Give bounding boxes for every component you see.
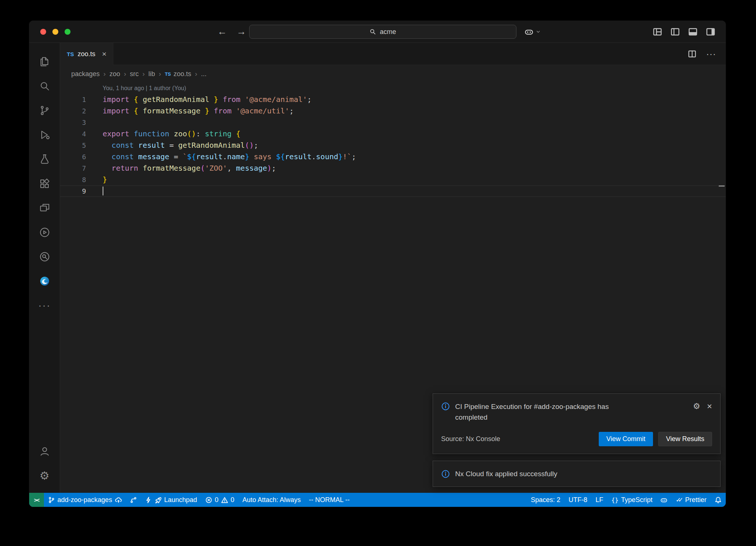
vim-mode-indicator[interactable]: -- NORMAL -- [305,493,354,507]
auto-attach-indicator[interactable]: Auto Attach: Always [238,493,305,507]
copilot-status-button[interactable] [656,493,671,507]
line-number: 1 [60,94,86,105]
git-graph-button[interactable] [126,493,141,507]
forward-button[interactable]: → [237,26,246,37]
branch-indicator[interactable]: add-zoo-packages [44,493,126,507]
toggle-primary-sidebar-icon[interactable] [670,27,680,37]
line-number: 7 [60,163,86,174]
tab-label: zoo.ts [78,50,95,58]
eol-indicator[interactable]: LF [591,493,607,507]
titlebar: ← → acme [29,21,726,43]
indentation-indicator[interactable]: Spaces: 2 [527,493,564,507]
breadcrumb-item[interactable]: packages [71,70,100,78]
command-center[interactable]: acme [249,25,516,39]
chevron-right-icon: › [142,70,145,78]
view-results-button[interactable]: View Results [658,432,712,446]
breadcrumb: packages › zoo › src › lib › TS zoo.ts ›… [60,65,726,83]
explorer-tab[interactable] [29,50,60,74]
vscode-window: ← → acme [29,20,726,507]
code-line[interactable]: 3 [60,117,726,128]
edge-tools-tab[interactable] [29,269,60,293]
eol-label: LF [595,496,603,504]
encoding-indicator[interactable]: UTF-8 [564,493,591,507]
activity-bar: ··· ⚙ [29,43,60,493]
close-window-button[interactable] [40,29,46,35]
gear-icon: ⚙ [39,469,49,482]
customize-layout-icon[interactable] [653,27,662,37]
gitlens-icon [145,496,152,504]
code-line[interactable]: 1import { getRandomAnimal } from '@acme/… [60,94,726,105]
indentation-label: Spaces: 2 [531,496,560,504]
code-line[interactable]: 8} [60,174,726,185]
remote-explorer-icon [39,202,51,214]
explorer-icon [39,56,51,68]
warning-count: 0 [231,496,234,504]
notification-close-icon[interactable]: × [707,401,712,412]
formatter-indicator[interactable]: ✓✓ Prettier [671,493,711,507]
beaker-icon [39,153,51,165]
status-bar: >< add-zoo-packages Launchpad 0 0 Auto A… [29,493,726,507]
nx-console-tab[interactable] [29,220,60,245]
editor-actions-more-icon[interactable]: ··· [706,49,716,59]
cloud-upload-icon [115,496,122,504]
accounts-button[interactable] [29,439,60,463]
split-editor-icon[interactable] [688,50,697,58]
breadcrumb-item[interactable]: zoo [109,70,120,78]
language-indicator[interactable]: {} TypeScript [607,493,656,507]
more-icon: ··· [38,300,51,311]
additional-views-button[interactable]: ··· [29,293,60,318]
rocket-icon [155,496,162,504]
code-line[interactable]: 7 return formatMessage('ZOO', message); [60,163,726,174]
run-and-debug-tab[interactable] [29,123,60,147]
formatter-label: Prettier [685,496,707,504]
chevron-down-icon [536,29,541,34]
code-line[interactable]: 9 [60,185,726,197]
notification-message: Nx Cloud fix applied successfully [455,468,557,479]
tab-close-button[interactable]: × [102,50,106,58]
breadcrumb-item[interactable]: lib [148,70,155,78]
view-commit-button[interactable]: View Commit [599,432,653,446]
language-label: TypeScript [621,496,652,504]
info-icon [441,402,450,411]
chevron-right-icon: › [103,70,106,78]
source-control-icon [39,105,51,116]
git-blame-annotation: You, 1 hour ago | 1 author (You) [60,83,726,94]
code-line[interactable]: 5 const result = getRandomAnimal(); [60,140,726,151]
tab-bar: TS zoo.ts × ··· [60,43,726,65]
toggle-panel-icon[interactable] [688,27,698,37]
chevron-right-icon: › [124,70,126,78]
breadcrumb-item[interactable]: src [130,70,139,78]
minimize-window-button[interactable] [52,29,58,35]
notification-settings-gear-icon[interactable]: ⚙ [693,402,700,411]
code-line[interactable]: 4export function zoo(): string { [60,128,726,140]
breadcrumb-overflow[interactable]: ... [201,70,206,78]
notifications-bell-button[interactable] [711,493,726,507]
chevron-right-icon: › [195,70,197,78]
extensions-tab[interactable] [29,171,60,196]
tab-zoo-ts[interactable]: TS zoo.ts × [60,43,113,65]
line-number: 3 [60,117,86,128]
traffic-lights [40,21,71,42]
fullscreen-window-button[interactable] [65,29,71,35]
breadcrumb-file[interactable]: zoo.ts [173,70,191,78]
git-branch-icon [48,496,55,504]
remote-explorer-tab[interactable] [29,196,60,220]
problems-indicator[interactable]: 0 0 [201,493,238,507]
back-button[interactable]: ← [217,26,227,37]
manage-button[interactable]: ⚙ [29,463,60,488]
search-tab[interactable] [29,74,60,98]
launchpad-button[interactable]: Launchpad [141,493,201,507]
warning-icon [221,496,228,504]
text-cursor [103,187,103,195]
copilot-button[interactable] [525,21,541,42]
source-control-tab[interactable] [29,98,60,123]
code-line[interactable]: 2import { formatMessage } from '@acme/ut… [60,105,726,117]
testing-tab[interactable] [29,147,60,171]
overview-ruler-mark [719,185,725,187]
code-line[interactable]: 6 const message = `${result.name} says $… [60,151,726,163]
inspector-tab[interactable] [29,245,60,269]
remote-indicator[interactable]: >< [29,493,44,507]
bell-icon [715,496,722,504]
command-center-text: acme [380,28,396,36]
toggle-secondary-sidebar-icon[interactable] [706,27,715,37]
